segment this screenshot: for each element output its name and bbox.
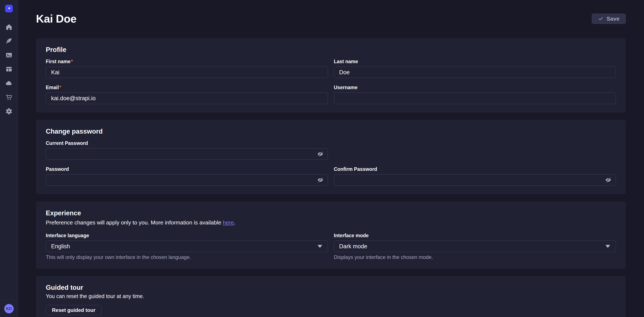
- interface-mode-field: Interface mode Dark mode Displays your i…: [334, 233, 616, 260]
- toggle-new-password-visibility-button[interactable]: [316, 175, 325, 185]
- username-label: Username: [334, 85, 358, 90]
- last-name-label: Last name: [334, 59, 358, 64]
- interface-language-label: Interface language: [46, 233, 89, 238]
- interface-language-field: Interface language English This will onl…: [46, 233, 328, 260]
- sidebar-item-content-type-builder[interactable]: [5, 65, 12, 73]
- change-password-card: Change password Current Password: [36, 120, 626, 194]
- change-password-card-title: Change password: [46, 127, 616, 136]
- page-title: Kai Doe: [36, 12, 76, 25]
- email-input[interactable]: [46, 92, 328, 104]
- toggle-current-password-visibility-button[interactable]: [316, 149, 325, 159]
- new-password-field: Password: [46, 166, 328, 186]
- experience-description: Preference changes will apply only to yo…: [46, 219, 616, 226]
- confirm-password-field: Confirm Password: [334, 166, 616, 186]
- username-input[interactable]: [334, 92, 616, 104]
- guided-tour-card-title: Guided tour: [46, 284, 616, 292]
- here-link[interactable]: here: [223, 219, 234, 226]
- page-header: Kai Doe Save: [36, 12, 626, 25]
- check-icon: [598, 16, 604, 21]
- cloud-icon: [5, 80, 12, 87]
- confirm-password-input[interactable]: [334, 174, 616, 186]
- save-button-label: Save: [606, 15, 620, 22]
- last-name-input[interactable]: [334, 67, 616, 78]
- current-password-label: Current Password: [46, 140, 88, 146]
- guided-tour-card: Guided tour You can reset the guided tou…: [36, 276, 626, 317]
- interface-mode-value: Dark mode: [339, 243, 367, 250]
- current-password-field: Current Password: [46, 140, 328, 160]
- eye-off-icon: [317, 177, 324, 183]
- sidebar-item-marketplace[interactable]: [5, 94, 12, 101]
- interface-mode-label: Interface mode: [334, 233, 369, 238]
- home-icon: [5, 23, 12, 31]
- reset-guided-tour-button[interactable]: Reset guided tour: [46, 305, 102, 315]
- guided-tour-description: You can reset the guided tour at any tim…: [46, 293, 616, 300]
- new-password-label: Password: [46, 166, 69, 172]
- first-name-field: First name*: [46, 58, 328, 78]
- sidebar-item-media-library[interactable]: [5, 51, 12, 59]
- interface-language-select[interactable]: English: [46, 241, 328, 252]
- sidebar-item-content-manager[interactable]: [5, 37, 12, 45]
- username-field: Username: [334, 84, 616, 104]
- eye-off-icon: [317, 151, 324, 157]
- marketplace-cart-icon: [5, 94, 12, 101]
- divider: [0, 300, 18, 300]
- required-marker: *: [59, 85, 61, 90]
- email-label: Email: [46, 85, 59, 90]
- email-field: Email*: [46, 84, 328, 104]
- current-password-input[interactable]: [46, 148, 328, 160]
- settings-gear-icon: [5, 108, 12, 115]
- interface-mode-hint: Displays your interface in the chosen mo…: [334, 254, 616, 260]
- sidebar-item-home[interactable]: [5, 23, 12, 31]
- save-button[interactable]: Save: [592, 14, 626, 24]
- interface-mode-select[interactable]: Dark mode: [334, 241, 616, 252]
- new-password-input[interactable]: [46, 174, 328, 186]
- last-name-field: Last name: [334, 58, 616, 78]
- sidebar-item-cloud[interactable]: [5, 80, 12, 87]
- chevron-down-icon: [606, 245, 610, 248]
- user-avatar[interactable]: KD: [4, 304, 14, 314]
- interface-language-value: English: [51, 243, 70, 250]
- interface-language-hint: This will only display your own interfac…: [46, 254, 328, 260]
- main-content: Kai Doe Save Profile First name* Last na…: [18, 0, 644, 317]
- profile-card-title: Profile: [46, 46, 616, 54]
- content-type-builder-icon: [5, 65, 12, 73]
- sidebar-item-settings[interactable]: [5, 108, 12, 115]
- first-name-input[interactable]: [46, 67, 328, 78]
- chevron-down-icon: [318, 245, 322, 248]
- profile-card: Profile First name* Last name Email*: [36, 38, 626, 113]
- first-name-label: First name: [46, 59, 70, 64]
- media-library-icon: [5, 51, 12, 59]
- confirm-password-label: Confirm Password: [334, 166, 377, 172]
- required-marker: *: [70, 59, 73, 64]
- sidebar-nav: [5, 23, 12, 115]
- toggle-confirm-password-visibility-button[interactable]: [604, 175, 613, 185]
- content-manager-feather-icon: [5, 37, 12, 45]
- divider: [0, 17, 18, 18]
- experience-card-title: Experience: [46, 209, 616, 217]
- sidebar: KD: [0, 0, 18, 317]
- experience-card: Experience Preference changes will apply…: [36, 202, 626, 269]
- strapi-logo-icon: [6, 6, 11, 11]
- eye-off-icon: [605, 177, 612, 183]
- strapi-logo-button[interactable]: [5, 5, 13, 12]
